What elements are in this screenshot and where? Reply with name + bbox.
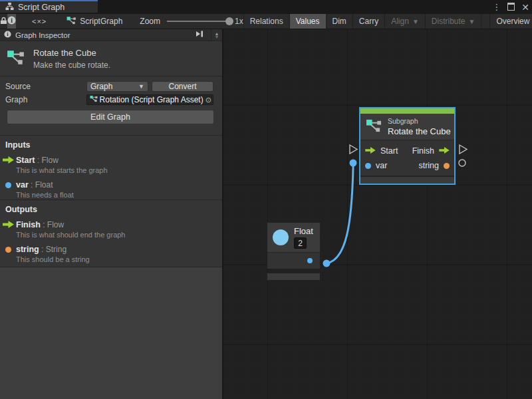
align-dropdown[interactable]: Align ▼ [384,14,425,29]
string-port-icon[interactable] [444,163,450,169]
inputs-title: Inputs [0,136,222,150]
toolbar-spacer [481,14,489,29]
caret-down-icon: ▼ [412,18,419,25]
code-icon: <×> [32,17,47,25]
connection-endpoint-dot[interactable] [323,260,331,267]
float-output-port-icon[interactable] [307,258,313,263]
subgraph-node-footer [360,176,454,184]
info-icon: i [7,16,16,27]
dim-button[interactable]: Dim [326,14,352,29]
maximize-icon[interactable] [507,3,515,12]
outputs-section: Outputs Finish : Flow This is what shoul… [0,200,222,267]
graph-title: Rotate the Cube [33,48,110,58]
inputs-section: Inputs Start : Flow This is what starts … [0,136,222,200]
close-icon[interactable]: ✕ [521,3,529,12]
connection-endpoint-dot[interactable] [350,160,357,167]
external-flow-input-triangle[interactable] [350,145,357,154]
title-bar: Script Graph ⋮ ✕ [0,0,532,14]
graph-canvas[interactable]: Subgraph Rotate the Cube Start Finish [223,29,532,399]
graph-asset-field[interactable]: Rotation (Script Graph Asset) ⊙ [86,94,213,105]
float-node-output-row [267,253,320,269]
zoom-slider[interactable] [167,17,231,25]
inspector-toggle-button[interactable]: i [7,14,16,29]
hierarchy-icon [5,2,14,13]
float-node-footer [267,273,321,281]
inspector-title: Graph Inspector [15,31,191,39]
graph-subtitle: Make the cube rotate. [33,61,110,70]
graph-settings-section: Source Graph ▼ Convert Graph [0,76,222,136]
port-row-finish: Finish : Flow This is what should end th… [0,220,222,239]
port-string: string [418,161,439,170]
zoom-slider-track[interactable] [167,21,231,22]
unity-script-graph-window: Script Graph ⋮ ✕ i [0,0,532,399]
overview-button[interactable]: Overview [489,14,532,29]
connection-layer [223,29,532,399]
current-graph-label: ScriptGraph [66,16,122,27]
zoom-label: Zoom [140,17,160,26]
arrow-down-icon[interactable]: ▼ [215,35,219,39]
info-icon: i [4,31,11,40]
flow-arrow-icon[interactable] [439,146,450,156]
node-kind: Subgraph [388,117,451,125]
window-controls: ⋮ ✕ [492,0,529,14]
port-row-string: string : String This should be a string [0,245,222,263]
window-menu-icon[interactable]: ⋮ [492,3,501,11]
connection-float-to-var[interactable] [327,165,353,263]
graph-toolbar: i <×> ScriptGraph Zoom [0,14,532,29]
source-label: Source [5,82,86,91]
outputs-title: Outputs [0,200,222,214]
float-node[interactable]: Float 2 [267,222,321,281]
carry-button[interactable]: Carry [352,14,384,29]
script-graph-icon [7,49,25,68]
port-description: This should be a string [16,255,90,263]
tab-label: Script Graph [18,3,65,12]
external-value-output-circle[interactable] [459,160,466,166]
svg-text:i: i [11,17,13,24]
port-row-start: Start : Flow This is what starts the gra… [0,156,222,174]
relations-button[interactable]: Relations [243,14,289,29]
flow-arrow-icon [0,156,16,174]
graph-field-label: Graph [5,95,86,104]
lock-icon [0,17,7,27]
graph-inspector-panel: i Graph Inspector ▲ ▼ [0,29,223,399]
edit-script-button[interactable]: <×> [32,14,47,29]
port-row-var: var : Float This needs a float [0,180,222,199]
port-start: Start [380,146,398,156]
flow-arrow-icon [0,220,16,239]
object-picker-icon[interactable]: ⊙ [205,96,211,104]
port-description: This is what should end the graph [16,231,126,239]
convert-button[interactable]: Convert [152,81,213,92]
lock-button[interactable] [0,14,7,29]
edit-graph-button[interactable]: Edit Graph [7,110,214,124]
panel-scrubber[interactable]: ▲ ▼ [211,29,222,41]
float-node-header[interactable]: Float 2 [267,223,320,253]
port-description: This is what starts the graph [16,166,108,174]
subgraph-node[interactable]: Subgraph Rotate the Cube Start Finish [359,107,456,185]
node-title: Float [294,226,313,236]
zoom-value: 1x [235,17,243,26]
float-type-icon [273,229,289,245]
zoom-control: Zoom 1x [140,17,243,26]
caret-down-icon: ▼ [468,18,475,25]
dock-panel-icon[interactable] [195,30,204,40]
node-title: Rotate the Cube [388,126,451,136]
graph-inspector-header[interactable]: i Graph Inspector ▲ ▼ [0,29,222,41]
port-var: var [376,161,387,170]
var-port-icon[interactable] [365,163,371,169]
script-graph-icon [90,95,98,104]
subgraph-node-header[interactable]: Subgraph Rotate the Cube [360,114,454,140]
subgraph-node-color-bar [360,108,454,114]
flow-arrow-icon[interactable] [365,146,376,156]
port-description: This needs a float [16,191,74,199]
external-flow-output-triangle[interactable] [460,145,467,154]
distribute-dropdown[interactable]: Distribute ▼ [425,14,481,29]
float-value-input[interactable]: 2 [294,237,307,249]
values-button[interactable]: Values [289,14,326,29]
string-port-icon [0,245,16,263]
tab-script-graph[interactable]: Script Graph [0,0,98,13]
zoom-slider-handle[interactable] [225,17,233,25]
port-finish: Finish [412,146,434,156]
source-dropdown[interactable]: Graph ▼ [86,81,148,92]
subgraph-node-ports: Start Finish var string [360,140,454,176]
graph-name-text: ScriptGraph [80,17,122,26]
